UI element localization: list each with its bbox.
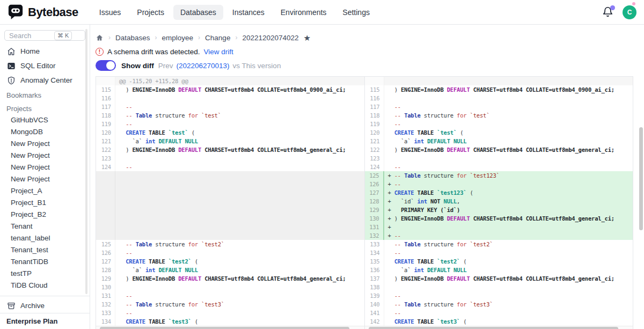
diff-row: 141 --: [365, 309, 633, 317]
alert-text: A schema drift was detected.: [107, 48, 200, 56]
nav-item-issues[interactable]: Issues: [92, 5, 128, 20]
top-nav: Bytebase IssuesProjectsDatabasesInstance…: [0, 0, 644, 25]
sidebar-project-item[interactable]: Tenant: [0, 221, 90, 232]
horizontal-scrollbar[interactable]: [365, 326, 633, 329]
sidebar-project-item[interactable]: TiDB Cloud: [0, 280, 90, 291]
sidebar-section-projects[interactable]: Projects: [0, 101, 90, 114]
diff-row: 138: [365, 283, 633, 291]
plan-badge[interactable]: Enterprise Plan: [0, 313, 90, 329]
diff-row: 133 -- Table structure for `test2`: [365, 240, 633, 248]
diff-row: 119 --: [96, 120, 364, 128]
sidebar-project-item[interactable]: TenantTiDB: [0, 256, 90, 268]
diff-row: 120 CREATE TABLE `test` (: [96, 128, 364, 137]
sidebar-section-bookmarks[interactable]: Bookmarks: [0, 87, 90, 101]
sidebar-project-item[interactable]: tenant_label: [0, 232, 90, 244]
sidebar-project-item[interactable]: New Project: [0, 150, 90, 162]
page-scrollbar-thumb[interactable]: [639, 127, 643, 230]
nav-item-databases[interactable]: Databases: [173, 5, 223, 20]
breadcrumb-item[interactable]: employee: [162, 34, 194, 42]
diff-row: 131+: [365, 223, 633, 231]
diff-row: 126 --: [96, 248, 364, 257]
sidebar-project-item[interactable]: Project_B2: [0, 209, 90, 221]
diff-row: 125 -- Table structure for `test2`: [96, 240, 364, 248]
sidebar-project-item[interactable]: Tenant_test: [0, 244, 90, 256]
diff-row: 127 CREATE TABLE `test2` (: [96, 257, 364, 266]
horizontal-scrollbar-thumb[interactable]: [369, 327, 618, 329]
show-diff-toggle[interactable]: [96, 60, 116, 71]
sidebar-project-item[interactable]: New Project: [0, 173, 90, 185]
sidebar-scrollbar[interactable]: [85, 29, 87, 294]
breadcrumb-separator: ›: [235, 34, 237, 41]
sidebar-item-label: Home: [20, 47, 40, 55]
notification-dot: [610, 5, 615, 10]
diff-row: 118 -- Table structure for `test`: [365, 111, 633, 120]
diff-pane-old: @@ -115,20 +115,28 @@115 ) ENGINE=InnoDB…: [96, 77, 365, 329]
diff-row: 115 ) ENGINE=InnoDB DEFAULT CHARSET=utf8…: [365, 85, 633, 94]
breadcrumb-item[interactable]: Change: [205, 34, 230, 42]
show-diff-label: Show diff: [121, 62, 154, 70]
toggle-knob: [106, 61, 115, 70]
diff-row: 121 `a` int DEFAULT NULL: [365, 137, 633, 145]
horizontal-scrollbar[interactable]: [96, 326, 364, 329]
sidebar-project-item[interactable]: testTP: [0, 268, 90, 280]
diff-row: 126+ --: [365, 180, 633, 188]
bytebase-logo-icon: [8, 3, 24, 21]
show-diff-row: Show diff Prev (202206270013) vs This ve…: [96, 60, 633, 71]
sidebar-item-archive[interactable]: Archive: [0, 298, 90, 313]
search-box[interactable]: ⌘ K: [4, 30, 85, 41]
brand-name: Bytebase: [28, 5, 78, 19]
version-compare-suffix: vs This version: [233, 62, 281, 70]
diff-row: 130+ ) ENGINE=InnoDB DEFAULT CHARSET=utf…: [365, 214, 633, 223]
diff-row: 120 CREATE TABLE `test` (: [365, 128, 633, 137]
breadcrumb-item[interactable]: Databases: [115, 34, 150, 42]
sidebar-project-item[interactable]: GitHubVCS: [0, 114, 90, 126]
diff-row: 142 CREATE TABLE `test3` (: [365, 317, 633, 326]
sidebar-item-home[interactable]: Home: [0, 44, 90, 59]
diff-row: 134 --: [365, 248, 633, 257]
avatar-initial: C: [627, 9, 632, 16]
nav-item-projects[interactable]: Projects: [130, 5, 171, 20]
sidebar: ⌘ K Home SQL Editor: [0, 25, 90, 329]
sidebar-project-item[interactable]: New Project: [0, 138, 90, 150]
diff-row: 129 ) ENGINE=InnoDB DEFAULT CHARSET=utf8…: [96, 274, 364, 283]
sidebar-item-label: SQL Editor: [20, 62, 56, 70]
bytebase-logo[interactable]: Bytebase: [8, 3, 78, 21]
avatar-status-dot: [632, 2, 635, 5]
diff-row: 136 `a` int DEFAULT NULL: [365, 266, 633, 274]
prev-version-link[interactable]: (202206270013): [177, 62, 230, 70]
notifications-bell-icon[interactable]: [602, 6, 614, 18]
breadcrumb-home-icon[interactable]: [96, 34, 104, 42]
diff-row: 122 ) ENGINE=InnoDB DEFAULT CHARSET=utf8…: [96, 145, 364, 154]
horizontal-scrollbar-thumb[interactable]: [100, 327, 349, 329]
diff-row: 124 --: [365, 163, 633, 171]
favorite-star-icon[interactable]: ★: [304, 34, 311, 42]
terminal-icon: [6, 61, 16, 70]
diff-row: 123: [365, 154, 633, 163]
diff-row: 115 ) ENGINE=InnoDB DEFAULT CHARSET=utf8…: [96, 85, 364, 94]
top-nav-right: C: [602, 5, 636, 19]
nav-item-environments[interactable]: Environments: [274, 5, 334, 20]
sidebar-item-label: Archive: [20, 302, 45, 310]
sidebar-item-sql-editor[interactable]: SQL Editor: [0, 59, 90, 73]
diff-gap-placeholder: [96, 171, 364, 240]
search-shortcut-badge: ⌘ K: [54, 31, 72, 40]
sidebar-project-item[interactable]: Project_A: [0, 185, 90, 197]
view-drift-link[interactable]: View drift: [204, 48, 233, 56]
sidebar-project-item[interactable]: New Project: [0, 162, 90, 173]
diff-row: 133 --: [96, 309, 364, 317]
nav-item-settings[interactable]: Settings: [335, 5, 377, 20]
top-nav-links: IssuesProjectsDatabasesInstancesEnvironm…: [92, 5, 602, 20]
diff-row: 132 -- Table structure for `test3`: [96, 300, 364, 309]
sidebar-item-anomaly-center[interactable]: Anomaly Center: [0, 73, 90, 87]
diff-row: 128 `a` int DEFAULT NULL: [96, 266, 364, 274]
diff-hunk-header: [365, 77, 633, 85]
diff-row: 119 --: [365, 120, 633, 128]
sidebar-project-item[interactable]: MongoDB: [0, 126, 90, 138]
sidebar-project-item[interactable]: Project_B1: [0, 197, 90, 209]
user-avatar[interactable]: C: [623, 5, 636, 19]
breadcrumb-item[interactable]: 20221202074022: [242, 34, 298, 42]
search-input[interactable]: [9, 32, 54, 40]
nav-item-instances[interactable]: Instances: [225, 5, 272, 20]
home-icon: [6, 47, 16, 56]
diff-pane-new: 115 ) ENGINE=InnoDB DEFAULT CHARSET=utf8…: [365, 77, 633, 329]
